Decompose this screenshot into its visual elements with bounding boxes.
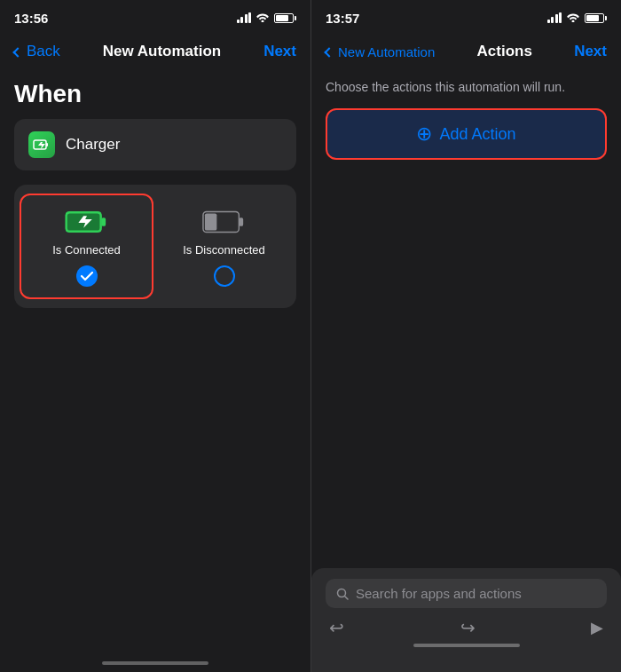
wifi-icon	[255, 12, 270, 25]
add-action-button[interactable]: ⊕ Add Action	[326, 108, 607, 160]
left-panel: 13:56 Back	[0, 0, 310, 672]
when-label: When	[0, 76, 310, 119]
right-back-button[interactable]: New Automation	[326, 44, 435, 59]
left-status-bar: 13:56	[0, 0, 310, 32]
bottom-actions-row: ↩ ↪ ▶	[326, 608, 607, 638]
left-status-icons	[237, 12, 297, 25]
right-panel: 13:57 New Automat	[310, 0, 621, 672]
connected-label: Is Connected	[52, 243, 121, 257]
search-bar[interactable]: Search for apps and actions	[326, 579, 607, 608]
connected-check	[76, 265, 98, 287]
left-home-indicator	[102, 661, 208, 665]
right-next-button[interactable]: Next	[574, 43, 607, 60]
right-wifi-icon	[566, 12, 580, 25]
battery-icon	[274, 13, 296, 23]
svg-rect-3	[101, 217, 106, 226]
right-nav-bar: New Automation Actions Next	[311, 32, 621, 76]
bottom-search-area: Search for apps and actions ↩ ↪ ▶	[311, 568, 621, 672]
actions-subtitle: Choose the actions this automation will …	[311, 76, 621, 108]
right-signal-icon	[547, 12, 562, 23]
left-nav-bar: Back New Automation Next	[0, 32, 310, 76]
left-time: 13:56	[14, 11, 48, 26]
search-input[interactable]: Search for apps and actions	[356, 586, 596, 601]
left-nav-title: New Automation	[103, 43, 221, 60]
redo-icon[interactable]: ↪	[460, 617, 476, 638]
connected-battery-icon	[65, 210, 109, 234]
is-disconnected-option[interactable]: Is Disconnected	[159, 195, 289, 297]
svg-rect-1	[46, 143, 48, 146]
disconnected-battery-icon	[202, 210, 247, 234]
disconnected-check	[214, 265, 235, 287]
options-grid: Is Connected Is Disconnected	[14, 185, 296, 308]
charger-row[interactable]: Charger	[14, 119, 296, 170]
svg-rect-7	[204, 213, 216, 230]
add-action-plus-icon: ⊕	[416, 124, 432, 144]
right-status-icons	[547, 12, 608, 25]
right-battery-icon	[585, 13, 607, 23]
search-icon	[336, 588, 349, 600]
is-connected-option[interactable]: Is Connected	[21, 195, 152, 297]
svg-rect-6	[239, 217, 243, 226]
left-next-button[interactable]: Next	[263, 43, 296, 60]
signal-icon	[237, 12, 252, 23]
back-button[interactable]: Back	[14, 43, 60, 60]
right-home-indicator	[413, 644, 520, 647]
play-icon[interactable]: ▶	[591, 618, 603, 637]
charger-label: Charger	[66, 136, 120, 154]
right-time: 13:57	[326, 11, 359, 26]
chevron-left-icon	[12, 47, 22, 57]
disconnected-label: Is Disconnected	[183, 243, 265, 257]
right-chevron-left-icon	[324, 47, 334, 57]
add-action-label: Add Action	[439, 125, 515, 144]
charger-icon	[28, 131, 55, 158]
undo-icon[interactable]: ↩	[329, 617, 344, 638]
right-status-bar: 13:57	[311, 0, 621, 32]
right-nav-title: Actions	[477, 43, 532, 60]
